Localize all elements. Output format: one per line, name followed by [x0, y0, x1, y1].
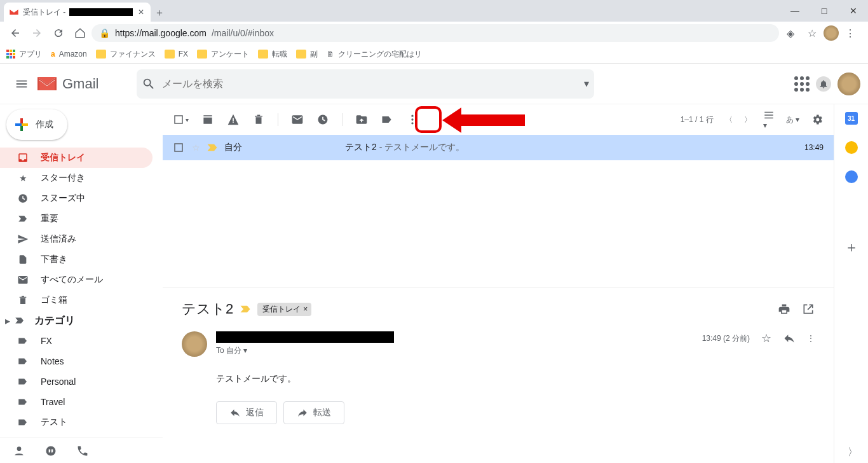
compose-button[interactable]: 作成	[6, 109, 67, 140]
hide-sidepanel-button[interactable]: 〉	[848, 446, 858, 459]
message-to[interactable]: To 自分 ▾	[216, 345, 394, 356]
maximize-button[interactable]: □	[810, 0, 839, 22]
nav-label-fx[interactable]: FX	[0, 331, 153, 351]
message-star-icon[interactable]: ☆	[761, 331, 771, 345]
row-star-icon[interactable]: ☆	[192, 142, 200, 153]
reload-button[interactable]	[48, 23, 69, 43]
mark-unread-button[interactable]	[291, 113, 304, 126]
archive-button[interactable]	[201, 113, 214, 126]
density-button[interactable]: ▾	[763, 109, 775, 130]
tasks-addon-icon[interactable]	[845, 170, 858, 183]
forward-button[interactable]	[27, 23, 47, 43]
tab-bar: 受信トレイ - ✕ ＋ — □ ✕	[0, 0, 868, 22]
annotation-highlight	[415, 106, 442, 133]
prev-page-button[interactable]: 〈	[725, 114, 733, 125]
calendar-addon-icon[interactable]: 31	[845, 112, 858, 125]
phone-icon[interactable]	[76, 445, 89, 457]
star-bookmark-icon[interactable]: ☆	[802, 23, 822, 43]
close-tab-icon[interactable]: ✕	[137, 8, 146, 17]
main-menu-button[interactable]	[8, 70, 36, 98]
nav-starred[interactable]: ★スター付き	[0, 168, 153, 188]
bookmark-fx[interactable]: FX	[165, 50, 188, 59]
gmail-favicon	[9, 7, 19, 17]
delete-button[interactable]	[252, 113, 265, 126]
next-page-button[interactable]: 〉	[744, 114, 752, 125]
search-input[interactable]	[162, 78, 578, 90]
email-row[interactable]: ☆ 自分 テスト2 - テストメールです。 13:49	[163, 135, 834, 160]
get-addons-button[interactable]: ＋	[844, 238, 858, 257]
reply-button[interactable]: 返信	[216, 401, 277, 424]
nav-inbox[interactable]: 受信トレイ	[0, 148, 153, 168]
notifications-icon[interactable]	[816, 76, 831, 92]
forward-button[interactable]: 転送	[283, 401, 344, 424]
nav-label-travel[interactable]: Travel	[0, 392, 153, 412]
bookmark-jobs[interactable]: 転職	[258, 49, 287, 60]
browser-tab[interactable]: 受信トレイ - ✕	[4, 3, 151, 22]
compose-label: 作成	[36, 119, 53, 130]
bookmark-side[interactable]: 副	[296, 49, 318, 60]
apps-shortcut[interactable]: アプリ	[6, 49, 42, 60]
draft-icon	[17, 254, 29, 265]
search-options-icon[interactable]: ▾	[584, 78, 589, 90]
more-button[interactable]	[406, 113, 419, 126]
pager-text: 1–1 / 1 行	[681, 114, 714, 125]
bookmark-finance[interactable]: ファイナンス	[96, 49, 156, 60]
message-reply-icon[interactable]	[783, 332, 796, 345]
nav-all-mail[interactable]: すべてのメール	[0, 270, 153, 290]
sender-avatar[interactable]	[182, 331, 207, 357]
bookmark-cleaning[interactable]: 🗎クリーニングの宅配はリ	[327, 49, 422, 60]
person-icon[interactable]	[13, 445, 25, 457]
report-spam-button[interactable]	[227, 113, 240, 126]
google-apps-icon[interactable]	[794, 76, 810, 92]
trash-icon	[17, 294, 29, 306]
remove-label-icon[interactable]: ×	[303, 305, 308, 314]
nav-label-personal[interactable]: Personal	[0, 371, 153, 392]
gmail-header: Gmail ▾	[0, 64, 868, 104]
label-chip-inbox[interactable]: 受信トレイ×	[257, 303, 311, 316]
gmail-logo[interactable]: Gmail	[36, 75, 98, 92]
nav-sent[interactable]: 送信済み	[0, 229, 153, 249]
select-all-checkbox[interactable]: ▾	[173, 114, 189, 125]
eye-icon[interactable]: ◈	[780, 23, 801, 43]
address-bar[interactable]: 🔒 https://mail.google.com/mail/u/0/#inbo…	[92, 24, 779, 42]
message-more-icon[interactable]: ⋮	[807, 334, 815, 343]
settings-button[interactable]	[811, 113, 824, 126]
open-new-window-button[interactable]	[802, 303, 815, 315]
keep-addon-icon[interactable]	[845, 141, 858, 154]
search-box[interactable]: ▾	[137, 69, 594, 99]
nav-trash[interactable]: ゴミ箱	[0, 290, 153, 310]
row-subject: テスト2	[345, 142, 377, 153]
hangouts-icon[interactable]	[44, 445, 57, 457]
bookmarks-bar: アプリ aAmazon ファイナンス FX アンケート 転職 副 🗎クリーニング…	[0, 45, 868, 64]
nav-label-notes[interactable]: Notes	[0, 351, 153, 371]
conversation-important-icon[interactable]	[240, 305, 251, 314]
svg-rect-3	[175, 116, 182, 123]
profile-avatar-browser[interactable]	[824, 25, 839, 41]
row-important-icon[interactable]	[207, 143, 218, 152]
home-button[interactable]	[70, 23, 90, 43]
minimize-button[interactable]: —	[780, 0, 810, 22]
nav-important[interactable]: 重要	[0, 209, 153, 229]
nav-categories[interactable]: ▸カテゴリ	[0, 310, 163, 331]
bookmark-survey[interactable]: アンケート	[197, 49, 249, 60]
nav-drafts[interactable]: 下書き	[0, 249, 153, 270]
back-button[interactable]	[5, 23, 25, 43]
inbox-icon	[17, 152, 29, 163]
svg-point-2	[46, 446, 56, 455]
bookmark-amazon[interactable]: aAmazon	[51, 50, 87, 59]
row-checkbox[interactable]	[173, 142, 186, 153]
nav-label-test[interactable]: テスト	[0, 412, 153, 432]
new-tab-button[interactable]: ＋	[151, 4, 168, 22]
move-to-button[interactable]	[355, 113, 368, 126]
snooze-button[interactable]	[316, 113, 329, 126]
sender-name-redacted	[216, 331, 394, 343]
message-timestamp: 13:49 (2 分前)	[702, 333, 750, 344]
nav-snoozed[interactable]: スヌーズ中	[0, 188, 153, 209]
close-window-button[interactable]: ✕	[839, 0, 868, 22]
svg-rect-8	[175, 144, 182, 151]
print-button[interactable]	[778, 303, 790, 315]
labels-button[interactable]	[381, 113, 393, 126]
browser-menu-icon[interactable]: ⋮	[840, 23, 860, 43]
account-avatar[interactable]	[837, 73, 860, 95]
input-tools-button[interactable]: あ ▾	[786, 114, 799, 125]
